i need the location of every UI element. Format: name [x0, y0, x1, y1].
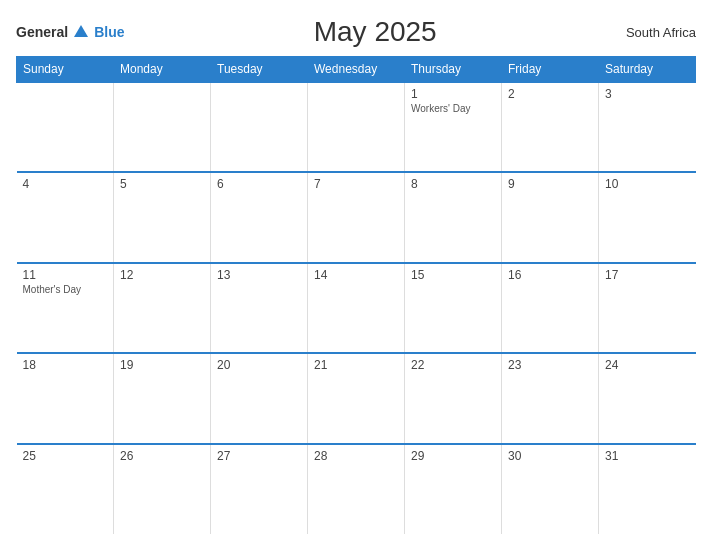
calendar-cell: 6 — [211, 172, 308, 262]
calendar-cell: 15 — [405, 263, 502, 353]
calendar-table: SundayMondayTuesdayWednesdayThursdayFrid… — [16, 56, 696, 534]
calendar-cell: 28 — [308, 444, 405, 534]
calendar-cell: 4 — [17, 172, 114, 262]
logo-icon — [72, 23, 90, 41]
week-row-4: 18192021222324 — [17, 353, 696, 443]
calendar-cell: 22 — [405, 353, 502, 443]
weekday-friday: Friday — [502, 57, 599, 83]
calendar-cell: 7 — [308, 172, 405, 262]
calendar-cell: 27 — [211, 444, 308, 534]
weekday-monday: Monday — [114, 57, 211, 83]
day-number: 11 — [23, 268, 108, 282]
weekday-sunday: Sunday — [17, 57, 114, 83]
day-number: 30 — [508, 449, 592, 463]
calendar-cell — [211, 82, 308, 172]
logo-general-text: General — [16, 24, 68, 40]
day-number: 29 — [411, 449, 495, 463]
calendar-cell: 14 — [308, 263, 405, 353]
day-number: 12 — [120, 268, 204, 282]
calendar-cell: 10 — [599, 172, 696, 262]
logo: General Blue — [16, 23, 124, 41]
day-number: 27 — [217, 449, 301, 463]
day-number: 26 — [120, 449, 204, 463]
calendar-cell: 16 — [502, 263, 599, 353]
day-number: 17 — [605, 268, 690, 282]
day-number: 28 — [314, 449, 398, 463]
calendar-cell: 5 — [114, 172, 211, 262]
calendar-cell: 31 — [599, 444, 696, 534]
day-number: 5 — [120, 177, 204, 191]
day-number: 20 — [217, 358, 301, 372]
weekday-wednesday: Wednesday — [308, 57, 405, 83]
day-number: 25 — [23, 449, 108, 463]
week-row-2: 45678910 — [17, 172, 696, 262]
top-bar: General Blue May 2025 South Africa — [16, 16, 696, 48]
day-number: 2 — [508, 87, 592, 101]
weekday-saturday: Saturday — [599, 57, 696, 83]
day-number: 8 — [411, 177, 495, 191]
calendar-cell — [17, 82, 114, 172]
calendar-cell: 2 — [502, 82, 599, 172]
calendar-cell: 17 — [599, 263, 696, 353]
calendar-cell — [308, 82, 405, 172]
calendar-cell: 25 — [17, 444, 114, 534]
week-row-1: 1Workers' Day23 — [17, 82, 696, 172]
calendar-header: SundayMondayTuesdayWednesdayThursdayFrid… — [17, 57, 696, 83]
calendar-cell: 11Mother's Day — [17, 263, 114, 353]
day-number: 10 — [605, 177, 690, 191]
day-number: 9 — [508, 177, 592, 191]
weekday-tuesday: Tuesday — [211, 57, 308, 83]
day-number: 31 — [605, 449, 690, 463]
calendar-cell: 21 — [308, 353, 405, 443]
svg-marker-0 — [74, 25, 88, 37]
holiday-label: Mother's Day — [23, 284, 108, 295]
holiday-label: Workers' Day — [411, 103, 495, 114]
day-number: 7 — [314, 177, 398, 191]
day-number: 4 — [23, 177, 108, 191]
calendar-cell: 8 — [405, 172, 502, 262]
day-number: 24 — [605, 358, 690, 372]
calendar-cell: 30 — [502, 444, 599, 534]
calendar-cell: 13 — [211, 263, 308, 353]
day-number: 13 — [217, 268, 301, 282]
day-number: 14 — [314, 268, 398, 282]
calendar-cell: 3 — [599, 82, 696, 172]
day-number: 6 — [217, 177, 301, 191]
day-number: 19 — [120, 358, 204, 372]
day-number: 21 — [314, 358, 398, 372]
calendar-cell: 12 — [114, 263, 211, 353]
calendar-cell: 23 — [502, 353, 599, 443]
day-number: 15 — [411, 268, 495, 282]
week-row-5: 25262728293031 — [17, 444, 696, 534]
calendar-cell: 19 — [114, 353, 211, 443]
day-number: 22 — [411, 358, 495, 372]
calendar-cell: 20 — [211, 353, 308, 443]
calendar-body: 1Workers' Day234567891011Mother's Day121… — [17, 82, 696, 534]
logo-blue-text: Blue — [94, 24, 124, 40]
calendar-cell: 18 — [17, 353, 114, 443]
day-number: 18 — [23, 358, 108, 372]
week-row-3: 11Mother's Day121314151617 — [17, 263, 696, 353]
day-number: 16 — [508, 268, 592, 282]
day-number: 1 — [411, 87, 495, 101]
weekday-header-row: SundayMondayTuesdayWednesdayThursdayFrid… — [17, 57, 696, 83]
calendar-cell: 9 — [502, 172, 599, 262]
country-label: South Africa — [626, 25, 696, 40]
weekday-thursday: Thursday — [405, 57, 502, 83]
calendar-cell: 29 — [405, 444, 502, 534]
calendar-cell: 1Workers' Day — [405, 82, 502, 172]
day-number: 23 — [508, 358, 592, 372]
calendar-title: May 2025 — [124, 16, 625, 48]
calendar-cell — [114, 82, 211, 172]
calendar-cell: 24 — [599, 353, 696, 443]
calendar-cell: 26 — [114, 444, 211, 534]
day-number: 3 — [605, 87, 690, 101]
